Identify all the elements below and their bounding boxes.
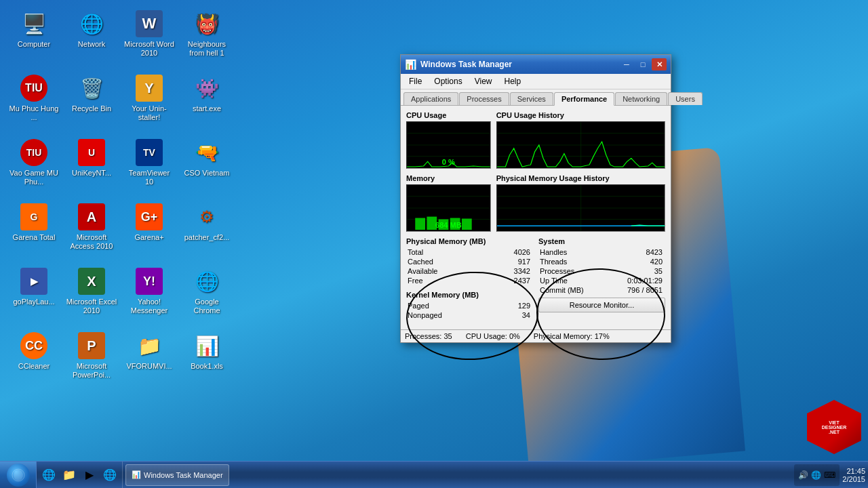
tab-processes[interactable]: Processes xyxy=(459,92,509,105)
system-title: System xyxy=(538,237,665,245)
menu-view[interactable]: View xyxy=(469,75,498,87)
pm-free-value: 2437 xyxy=(484,276,533,285)
desktop-icon-vao-game[interactable]: TIU Vao Game MU Phu... xyxy=(7,136,61,197)
desktop-icon-teamviewer[interactable]: TV TeamViewer 10 xyxy=(122,136,176,197)
system-clock[interactable]: 21:45 2/2015 xyxy=(840,467,868,483)
tab-services[interactable]: Services xyxy=(510,92,553,105)
computer-icon-label: Computer xyxy=(18,40,50,49)
mu-phuc-icon: TIU xyxy=(20,75,47,102)
start-exe-icon: 👾 xyxy=(193,75,220,102)
desktop-icon-chrome[interactable]: 🌐 Google Chrome xyxy=(180,264,234,325)
desktop-icon-start-exe[interactable]: 👾 start.exe xyxy=(180,71,234,132)
desktop-icon-mu-phuc[interactable]: TIU Mu Phuc Hung ... xyxy=(7,71,61,132)
kernel-memory-table: Paged 129 Nonpaged 34 xyxy=(406,301,533,320)
pm-available-value: 3342 xyxy=(484,266,533,276)
cso-icon-label: CSO Vietnam xyxy=(184,169,229,178)
close-button[interactable]: ✕ xyxy=(652,58,667,70)
system-tray: 🔊 🌐 ⌨ xyxy=(794,464,840,486)
menu-options[interactable]: Options xyxy=(429,75,467,87)
cpu-history-label: CPU Usage History xyxy=(496,111,665,119)
taskbar-media-icon[interactable]: ▶ xyxy=(80,466,99,485)
physical-memory-history-section: Physical Memory Usage History xyxy=(496,174,665,232)
taskbar-chrome-icon[interactable]: 🌐 xyxy=(100,466,119,485)
svg-rect-17 xyxy=(462,219,472,230)
task-manager-titlebar[interactable]: 📊 Windows Task Manager ─ □ ✕ xyxy=(401,55,671,74)
desktop-icon-network[interactable]: 🌐 Network xyxy=(64,7,119,68)
word-icon: W xyxy=(136,10,163,37)
minimize-button[interactable]: ─ xyxy=(619,58,634,70)
tab-networking[interactable]: Networking xyxy=(615,92,667,105)
tray-keyboard-icon[interactable]: ⌨ xyxy=(824,470,835,480)
desktop-icon-word[interactable]: W Microsoft Word 2010 xyxy=(122,7,176,68)
desktop-icon-unikey[interactable]: U UniKeyNT... xyxy=(64,136,119,197)
statusbar-processes: Processes: 35 xyxy=(405,332,452,340)
memory-label: Memory xyxy=(406,174,491,182)
ccleaner-icon: CC xyxy=(20,332,47,359)
desktop-icon-cso[interactable]: 🔫 CSO Vietnam xyxy=(180,136,234,197)
km-nonpaged-value: 34 xyxy=(494,310,533,320)
desktop-icon-powerpoint[interactable]: P Microsoft PowerPoi... xyxy=(64,329,119,390)
start-button[interactable] xyxy=(0,462,37,489)
teamviewer-icon-label: TeamViewer 10 xyxy=(124,169,175,186)
garena-plus-icon: G+ xyxy=(136,203,163,230)
sys-processes-label: Processes xyxy=(538,266,607,276)
statusbar-memory: Physical Memory: 17% xyxy=(534,332,610,340)
sys-handles-value: 8423 xyxy=(607,247,665,257)
desktop-icon-uninst[interactable]: Y Your Unin-staller! xyxy=(122,71,176,132)
vao-game-icon-label: Vao Game MU Phu... xyxy=(9,169,60,186)
tray-network-icon[interactable]: 🌐 xyxy=(811,470,821,480)
patcher-icon-label: patcher_cf2... xyxy=(184,233,230,242)
cpu-usage-value: 0 % xyxy=(442,158,455,166)
task-manager-icon: 📊 xyxy=(405,59,416,70)
taskbar-ie-icon[interactable]: 🌐 xyxy=(39,466,58,485)
taskbar-folder-icon[interactable]: 📁 xyxy=(60,466,79,485)
book1-icon: 📊 xyxy=(193,332,220,359)
desktop-icon-vforum[interactable]: 📁 VFORUMVI... xyxy=(122,329,176,390)
sys-uptime-value: 0:03:01:29 xyxy=(607,276,665,285)
taskbar-task-manager-item[interactable]: 📊 Windows Task Manager xyxy=(125,464,229,486)
desktop-icon-garena-plus[interactable]: G+ Garena+ xyxy=(122,200,176,261)
restore-button[interactable]: □ xyxy=(635,58,650,70)
menu-file[interactable]: File xyxy=(403,75,427,87)
table-row: Available 3342 xyxy=(406,266,533,276)
memory-graphs-row: Memory 684 MB xyxy=(406,174,665,232)
menu-help[interactable]: Help xyxy=(499,75,527,87)
cso-icon: 🔫 xyxy=(193,139,220,166)
sys-threads-value: 420 xyxy=(607,257,665,266)
desktop-icon-patcher[interactable]: ⚙ patcher_cf2... xyxy=(180,200,234,261)
desktop-icon-book1[interactable]: 📊 Book1.xls xyxy=(180,329,234,390)
teamviewer-icon: TV xyxy=(136,139,163,166)
desktop-icon-garena-total[interactable]: G Garena Total xyxy=(7,200,61,261)
pm-free-label: Free xyxy=(406,276,484,285)
cpu-history-section: CPU Usage History xyxy=(496,111,665,169)
desktop-icon-yahoo[interactable]: Y! Yahoo! Messenger xyxy=(122,264,176,325)
uninst-icon-label: Your Unin-staller! xyxy=(124,104,175,122)
desktop-icons-container: 🖥️ Computer 🌐 Network W Microsoft Word 2… xyxy=(7,7,234,390)
sys-processes-value: 35 xyxy=(607,266,665,276)
cpu-usage-graph: 0 % xyxy=(406,121,491,169)
desktop-icon-neighbours[interactable]: 👹 Neighbours from hell 1 xyxy=(180,7,234,68)
taskbar-task-manager-label: Windows Task Manager xyxy=(144,471,223,479)
tab-users[interactable]: Users xyxy=(668,92,703,105)
desktop-icon-goplay[interactable]: ▶ goPlayLau... xyxy=(7,264,61,325)
table-row: Paged 129 xyxy=(406,301,533,310)
tray-volume-icon[interactable]: 🔊 xyxy=(798,470,808,480)
resource-monitor-button[interactable]: Resource Monitor... xyxy=(538,298,665,312)
desktop-icon-computer[interactable]: 🖥️ Computer xyxy=(7,7,61,68)
desktop-icon-ccleaner[interactable]: CC CCleaner xyxy=(7,329,61,390)
garena-total-icon-label: Garena Total xyxy=(13,233,56,242)
desktop-icon-recycle[interactable]: 🗑️ Recycle Bin xyxy=(64,71,119,132)
yahoo-icon: Y! xyxy=(136,268,163,295)
desktop-icon-excel[interactable]: X Microsoft Excel 2010 xyxy=(64,264,119,325)
access-icon-label: Microsoft Access 2010 xyxy=(66,233,117,251)
tab-performance[interactable]: Performance xyxy=(554,92,614,106)
table-row: Commit (MB) 796 / 8051 xyxy=(538,285,665,295)
memory-section: Memory 684 MB xyxy=(406,174,491,232)
start-exe-icon-label: start.exe xyxy=(193,104,221,113)
taskbar-task-manager-icon: 📊 xyxy=(132,470,141,479)
recycle-icon: 🗑️ xyxy=(78,75,105,102)
desktop-icon-access[interactable]: A Microsoft Access 2010 xyxy=(64,200,119,261)
pm-cached-label: Cached xyxy=(406,257,484,266)
tab-applications[interactable]: Applications xyxy=(403,92,458,105)
task-manager-tabs: Applications Processes Services Performa… xyxy=(401,89,671,106)
